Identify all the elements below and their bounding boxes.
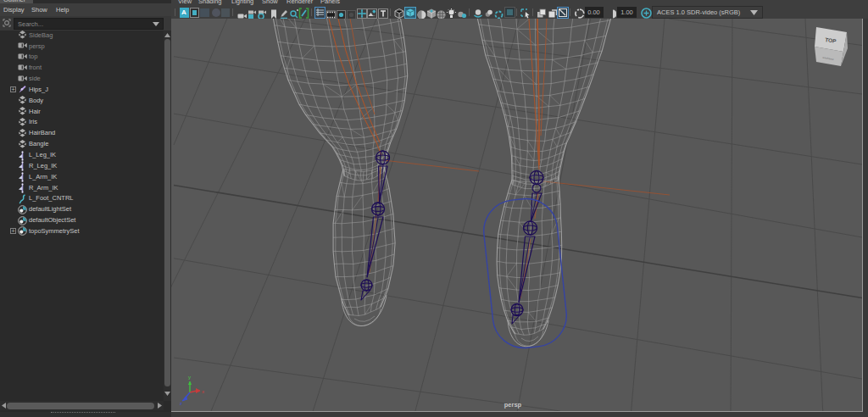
svg-text:y: y bbox=[188, 375, 191, 380]
svg-text:z: z bbox=[180, 401, 182, 406]
svg-text:x: x bbox=[202, 389, 204, 394]
svg-text:persp: persp bbox=[504, 401, 522, 409]
